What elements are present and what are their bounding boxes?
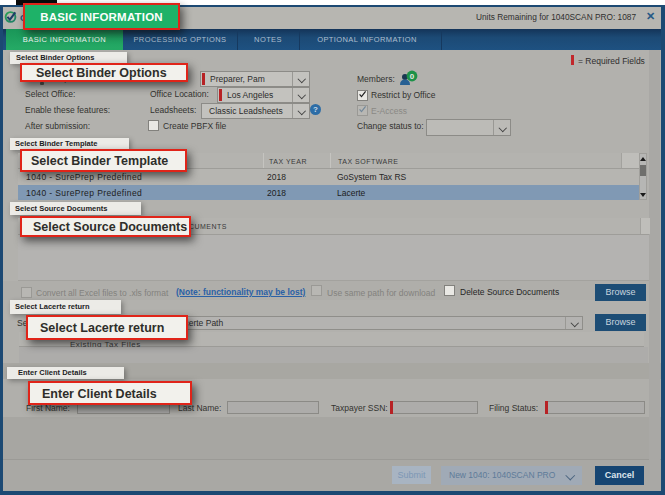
svg-text:0: 0 <box>410 72 415 81</box>
